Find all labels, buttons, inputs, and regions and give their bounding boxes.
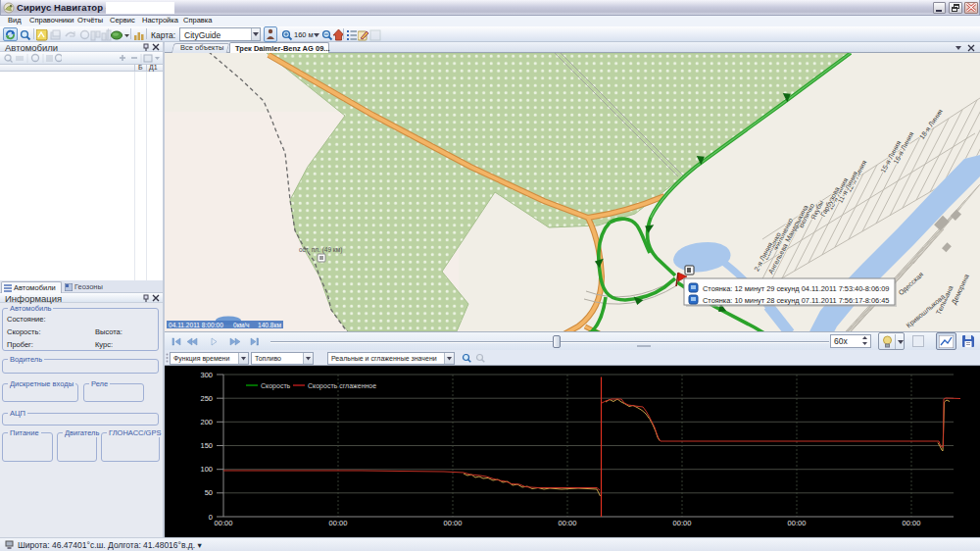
svg-text:ост. пл. (49 км): ост. пл. (49 км) (299, 246, 342, 254)
svg-text:250: 250 (200, 394, 213, 403)
svg-text:200: 200 (200, 418, 213, 426)
svg-text:Скорость сглаженное: Скорость сглаженное (308, 382, 376, 390)
svg-text:00:00: 00:00 (673, 519, 692, 527)
svg-text:04.11.2011 8:00:00: 04.11.2011 8:00:00 (169, 322, 223, 328)
svg-text:140.8км: 140.8км (258, 322, 281, 328)
svg-text:00:00: 00:00 (444, 519, 463, 527)
svg-text:Скорость: Скорость (261, 382, 291, 390)
svg-text:0: 0 (209, 513, 213, 522)
svg-text:0км/ч: 0км/ч (233, 322, 249, 328)
svg-text:00:00: 00:00 (559, 519, 577, 527)
svg-text:300: 300 (200, 371, 213, 379)
svg-text:00:00: 00:00 (329, 519, 348, 527)
svg-text:Стоянка: 12 минут 29 секунд 04: Стоянка: 12 минут 29 секунд 04.11.2011 7… (703, 284, 889, 293)
svg-text:00:00: 00:00 (215, 519, 233, 527)
svg-text:100: 100 (200, 465, 213, 474)
svg-text:50: 50 (205, 488, 213, 497)
svg-text:Стоянка: 10 минут 28 секунд 07: Стоянка: 10 минут 28 секунд 07.11.2011 7… (703, 296, 889, 305)
svg-text:150: 150 (200, 441, 213, 450)
svg-text:00:00: 00:00 (903, 519, 921, 527)
svg-text:00:00: 00:00 (788, 519, 807, 527)
